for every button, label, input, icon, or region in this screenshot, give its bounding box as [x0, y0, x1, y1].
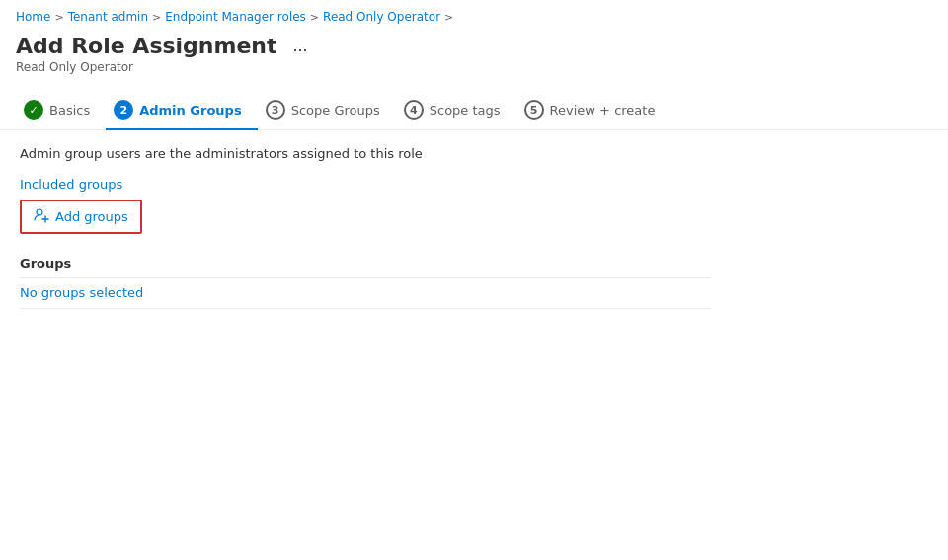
description-text: Admin group users are the administrators… — [20, 146, 928, 161]
add-groups-button-wrapper: Add groups — [20, 200, 142, 234]
breadcrumb-home[interactable]: Home — [16, 10, 50, 24]
tab-basics-label: Basics — [49, 103, 90, 118]
step-circle-admin-groups: 2 — [114, 100, 133, 120]
add-groups-button[interactable]: Add groups — [22, 201, 140, 232]
no-groups-text: No groups selected — [20, 285, 143, 300]
step-circle-basics — [24, 100, 43, 120]
page-title: Add Role Assignment — [16, 34, 277, 58]
page-header: Add Role Assignment ... Read Only Operat… — [0, 30, 948, 82]
step-circle-review-create: 5 — [524, 100, 544, 120]
breadcrumb-sep-4: > — [444, 11, 453, 24]
breadcrumb-sep-1: > — [54, 11, 63, 24]
svg-point-0 — [37, 209, 42, 215]
included-groups-label: Included groups — [20, 177, 928, 192]
breadcrumb-endpoint-manager[interactable]: Endpoint Manager roles — [165, 10, 306, 24]
content-area: Admin group users are the administrators… — [0, 130, 948, 325]
tab-scope-tags[interactable]: 4 Scope tags — [396, 92, 516, 129]
tab-scope-groups-label: Scope Groups — [291, 103, 380, 118]
tab-scope-groups[interactable]: 3 Scope Groups — [258, 92, 396, 129]
groups-column-header: Groups — [20, 250, 711, 278]
step-circle-scope-tags: 4 — [404, 100, 424, 120]
breadcrumb: Home > Tenant admin > Endpoint Manager r… — [0, 0, 948, 30]
wizard-tabs: Basics 2 Admin Groups 3 Scope Groups 4 S… — [0, 82, 948, 130]
breadcrumb-tenant-admin[interactable]: Tenant admin — [68, 10, 148, 24]
no-groups-row: No groups selected — [20, 278, 711, 309]
tab-basics[interactable]: Basics — [16, 92, 106, 129]
breadcrumb-read-only-operator[interactable]: Read Only Operator — [323, 10, 440, 24]
tab-admin-groups[interactable]: 2 Admin Groups — [106, 92, 257, 129]
breadcrumb-sep-3: > — [310, 11, 319, 24]
tab-admin-groups-label: Admin Groups — [139, 103, 241, 118]
step-circle-scope-groups: 3 — [266, 100, 285, 120]
ellipsis-button[interactable]: ... — [287, 34, 314, 58]
breadcrumb-sep-2: > — [152, 11, 161, 24]
add-groups-label: Add groups — [55, 209, 128, 224]
tab-scope-tags-label: Scope tags — [430, 103, 501, 118]
tab-review-create-label: Review + create — [550, 103, 656, 118]
page-subtitle: Read Only Operator — [16, 60, 932, 74]
add-user-icon — [34, 207, 49, 226]
tab-review-create[interactable]: 5 Review + create — [516, 92, 672, 129]
groups-table: Groups No groups selected — [20, 250, 711, 309]
